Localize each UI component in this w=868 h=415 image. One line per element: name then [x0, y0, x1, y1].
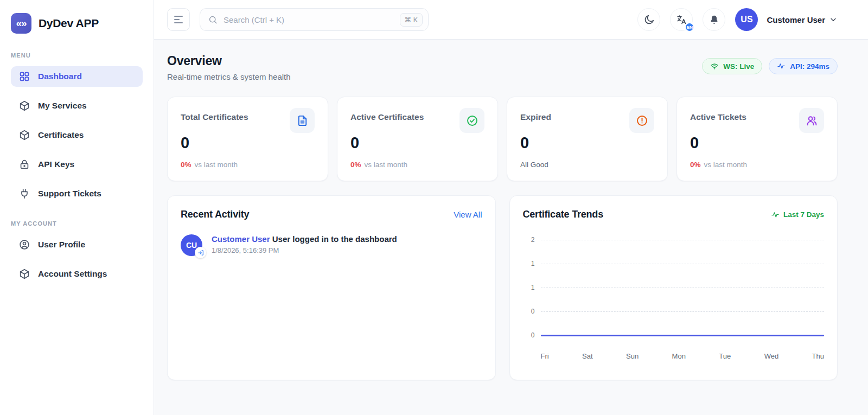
- pulse-icon: [777, 62, 786, 71]
- gridline: [541, 288, 825, 288]
- user-menu[interactable]: Customer User: [767, 15, 838, 24]
- certificate-trends-chart: 2 1 1 0 0 Fri Sat Sun Mon Tue Wed Thu: [523, 228, 825, 360]
- x-tick: Sun: [626, 352, 639, 360]
- user-name: Customer User: [767, 15, 825, 24]
- app-logo-icon: «»: [11, 13, 31, 34]
- top-bar: ⌘ K EN US Customer User: [154, 0, 868, 40]
- x-tick: Mon: [672, 352, 686, 360]
- page-subtitle: Real-time metrics & system health: [167, 72, 291, 81]
- y-tick: 0: [523, 308, 535, 315]
- sidebar-item-certificates[interactable]: Certificates: [11, 125, 143, 145]
- y-tick: 1: [523, 260, 535, 267]
- sidebar: «» DyDev APP MENU Dashboard My Services …: [0, 0, 154, 415]
- wifi-icon: [710, 62, 719, 71]
- search-shortcut-badge: ⌘ K: [400, 13, 423, 27]
- moon-icon: [643, 14, 655, 25]
- stat-value: 0: [690, 134, 824, 152]
- sidebar-item-label: Account Settings: [38, 269, 107, 279]
- check-circle-icon: [459, 108, 484, 133]
- certificate-trends-title: Certificate Trends: [523, 209, 603, 220]
- activity-action: User logged in to the dashboard: [272, 234, 397, 244]
- certificate-trends-panel: Certificate Trends Last 7 Days 2 1 1 0 0…: [509, 195, 838, 380]
- x-tick: Thu: [812, 352, 824, 360]
- lock-icon: [18, 158, 30, 170]
- sidebar-item-my-services[interactable]: My Services: [11, 95, 143, 116]
- login-arrow-icon: [195, 247, 206, 258]
- page-title: Overview: [167, 54, 291, 68]
- ws-status-badge: WS: Live: [702, 58, 762, 74]
- stat-label: Total Certificates: [181, 108, 248, 122]
- activity-timestamp: 1/8/2026, 5:16:39 PM: [212, 246, 397, 254]
- sidebar-item-label: My Services: [38, 101, 87, 111]
- dashboard-grid-icon: [18, 71, 30, 82]
- cube-icon: [18, 100, 30, 112]
- stat-card-expired: Expired 0 All Good: [507, 97, 668, 181]
- recent-activity-title: Recent Activity: [181, 209, 249, 220]
- view-all-link[interactable]: View All: [454, 210, 482, 219]
- stat-delta: 0%: [181, 161, 192, 169]
- api-latency-badge: API: 294ms: [769, 58, 838, 74]
- hamburger-icon: [174, 16, 183, 23]
- sidebar-item-user-profile[interactable]: User Profile: [11, 234, 143, 255]
- stat-delta: 0%: [350, 161, 361, 169]
- sidebar-item-dashboard[interactable]: Dashboard: [11, 66, 143, 87]
- main-content: Overview Real-time metrics & system heal…: [154, 40, 868, 415]
- stat-card-total-certificates: Total Certificates 0 0% vs last month: [167, 97, 328, 181]
- stat-card-active-tickets: Active Tickets 0 0% vs last month: [676, 97, 838, 181]
- stat-note: vs last month: [365, 161, 408, 169]
- y-tick: 2: [523, 236, 535, 244]
- sidebar-item-api-keys[interactable]: API Keys: [11, 154, 143, 175]
- search-bar[interactable]: ⌘ K: [200, 8, 429, 31]
- bell-icon: [709, 14, 720, 25]
- sidebar-toggle-button[interactable]: [167, 8, 190, 31]
- account-section-label: MY ACCOUNT: [11, 220, 143, 227]
- stat-note: vs last month: [195, 161, 238, 169]
- notifications-button[interactable]: [703, 8, 725, 31]
- stat-card-active-certificates: Active Certificates 0 0% vs last month: [337, 97, 498, 181]
- activity-list-item: CU Customer User User logged in to the d…: [181, 234, 482, 256]
- x-tick: Sat: [582, 352, 593, 360]
- gridline: [541, 311, 825, 312]
- gridline: [541, 240, 825, 240]
- search-icon: [208, 15, 218, 25]
- x-axis-labels: Fri Sat Sun Mon Tue Wed Thu: [541, 352, 825, 360]
- user-avatar[interactable]: US: [735, 8, 758, 31]
- stat-label: Expired: [520, 108, 551, 122]
- sidebar-item-label: User Profile: [38, 240, 85, 250]
- sidebar-item-label: API Keys: [38, 159, 74, 169]
- menu-section-label: MENU: [11, 52, 143, 59]
- stat-label: Active Tickets: [690, 108, 746, 122]
- recent-activity-panel: Recent Activity View All CU Customer Use…: [167, 195, 496, 380]
- x-tick: Tue: [719, 352, 731, 360]
- app-title: DyDev APP: [39, 17, 99, 30]
- dark-mode-toggle-button[interactable]: [637, 8, 660, 31]
- x-tick: Fri: [541, 352, 549, 360]
- stat-value: 0: [181, 134, 315, 152]
- plug-icon: [18, 188, 30, 200]
- alert-circle-icon: [629, 108, 654, 133]
- stat-value: 0: [350, 134, 484, 152]
- y-tick: 1: [523, 284, 535, 291]
- cube-icon: [18, 129, 30, 141]
- y-tick: 0: [523, 331, 535, 339]
- sidebar-item-support-tickets[interactable]: Support Tickets: [11, 183, 143, 204]
- users-icon: [799, 108, 824, 133]
- sidebar-item-label: Support Tickets: [38, 189, 101, 199]
- pulse-icon: [771, 210, 780, 219]
- gridline: [541, 264, 825, 264]
- sidebar-item-account-settings[interactable]: Account Settings: [11, 264, 143, 284]
- api-latency-text: API: 294ms: [790, 62, 829, 71]
- search-input[interactable]: [224, 15, 394, 24]
- sidebar-item-label: Certificates: [38, 130, 84, 140]
- chart-range-text: Last 7 Days: [783, 210, 824, 219]
- stat-note: vs last month: [704, 161, 748, 169]
- language-button[interactable]: EN: [670, 8, 693, 31]
- stat-note: All Good: [520, 161, 548, 169]
- data-line-series: [541, 335, 825, 336]
- cube-icon: [18, 268, 30, 280]
- chart-range-label: Last 7 Days: [771, 210, 824, 219]
- activity-actor[interactable]: Customer User: [212, 234, 270, 244]
- app-logo: «» DyDev APP: [0, 0, 154, 44]
- sidebar-item-label: Dashboard: [38, 72, 82, 81]
- document-icon: [290, 108, 315, 133]
